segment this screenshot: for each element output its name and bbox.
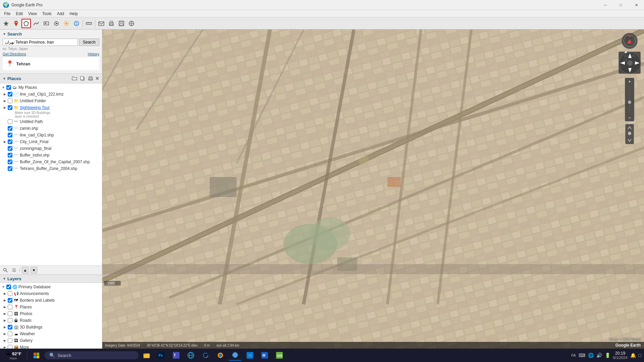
toolbar-gmaps-btn[interactable]	[127, 19, 136, 28]
toggle-weather[interactable]: ▶	[3, 332, 7, 336]
taskbar-search[interactable]: 🔍 Search	[45, 351, 139, 359]
check-sightseeing[interactable]	[8, 105, 12, 110]
toolbar-overlay-btn[interactable]	[42, 19, 51, 28]
tree-item-linecad[interactable]: 〰 line_cad_Clip1.shp	[0, 132, 102, 138]
taskbar-app-explorer[interactable]	[140, 350, 153, 361]
toolbar-print-btn[interactable]	[107, 19, 116, 28]
toolbar-path-btn[interactable]	[32, 19, 41, 28]
toggle-photos[interactable]: ▶	[3, 312, 7, 315]
history-link[interactable]: History	[88, 52, 99, 56]
check-linecad[interactable]	[8, 133, 12, 137]
battery-icon[interactable]: 🔋	[605, 353, 610, 358]
menu-help[interactable]: Help	[67, 11, 80, 17]
toolbar-ruler-btn[interactable]	[84, 19, 94, 28]
places-move-down-btn[interactable]: ▼	[31, 267, 37, 274]
toggle-citylimit[interactable]: ▶	[3, 140, 7, 143]
places-move-up-btn[interactable]: ▲	[22, 267, 29, 274]
check-3dbuildings[interactable]	[8, 325, 12, 329]
check-tehrans-buffer[interactable]	[8, 166, 12, 171]
tree-item-weather[interactable]: ▶ ☁ Weather	[0, 330, 102, 337]
tilt-thumb[interactable]	[628, 132, 631, 135]
map-area[interactable]: 1985 N ▲ ◀ rotated ▲	[102, 29, 644, 349]
check-announcements[interactable]	[8, 291, 12, 296]
system-clock[interactable]: 20:19 8/1/2024	[613, 351, 628, 360]
keyboard-icon[interactable]: ⌨	[579, 353, 585, 358]
check-buffer-capital[interactable]	[8, 160, 12, 164]
taskbar-app-edge[interactable]	[199, 350, 212, 361]
zoom-in-btn[interactable]: +	[625, 78, 634, 85]
speaker-icon[interactable]: 🔊	[596, 353, 602, 358]
maximize-button[interactable]: □	[613, 0, 629, 10]
tree-item-photos[interactable]: ▶ 🖼 Photos	[0, 310, 102, 317]
check-zamin[interactable]	[8, 126, 12, 131]
toggle-primary-db[interactable]: ▼	[1, 285, 5, 289]
tree-item-roads[interactable]: ▶ 🛣 Roads	[0, 317, 102, 324]
toggle-gallery[interactable]: ▶	[3, 339, 7, 342]
search-input[interactable]	[3, 39, 78, 46]
check-photos[interactable]	[8, 311, 12, 316]
network-icon[interactable]: 🌐	[588, 353, 594, 358]
tree-item-tehrans-buffer[interactable]: 〰 Tehrans_Buffer_Zone_2004.shp	[0, 165, 102, 172]
label-sightseeing[interactable]: Sightseeing Tour	[20, 105, 50, 110]
toggle-3dbuildings[interactable]: ▶	[3, 325, 7, 329]
toolbar-record-btn[interactable]	[52, 19, 61, 28]
check-untitled-folder[interactable]	[8, 99, 12, 103]
taskbar-app-arcgis[interactable]: GIS	[273, 350, 286, 361]
places-copy-btn[interactable]	[79, 75, 86, 82]
check-roads[interactable]	[8, 318, 12, 323]
zoom-out-btn[interactable]: −	[625, 114, 634, 121]
tree-item-gallery[interactable]: ▶ 🖼 Gallery	[0, 337, 102, 344]
toggle-places-layer[interactable]: ▶	[3, 305, 7, 309]
start-button[interactable]	[30, 350, 43, 361]
tree-item-myplaces[interactable]: ▼ 🗂 My Places	[0, 84, 102, 91]
places-print-btn[interactable]	[87, 75, 94, 82]
weather-widget[interactable]: 🌤 92°F Haze	[3, 350, 24, 361]
check-gallery[interactable]	[8, 338, 12, 343]
taskbar-app-photoshop[interactable]: Ps	[155, 350, 168, 361]
tree-item-untitled-path[interactable]: 〰 Untitled Path	[0, 118, 102, 125]
toggle-more[interactable]: ▶	[3, 346, 7, 349]
toggle-untitled-folder[interactable]: ▶	[3, 99, 7, 103]
tree-item-buffer-indivi[interactable]: 〰 Buffer_indivi.shp	[0, 152, 102, 159]
toggle-roads[interactable]: ▶	[3, 319, 7, 322]
toolbar-navigate-btn[interactable]	[1, 19, 11, 28]
check-zonning[interactable]	[8, 146, 12, 151]
result-item-tehran[interactable]: 📍 Tehran	[5, 59, 97, 69]
toggle-myplaces[interactable]: ▼	[1, 86, 5, 89]
search-button[interactable]: Search	[79, 39, 99, 46]
notification-icon[interactable]: 🔔	[630, 353, 636, 358]
toolbar-sky-btn[interactable]	[72, 19, 81, 28]
tree-item-buffer-capital[interactable]: 〰 Buffer_Zone_Of_the_Capital_2007.shp	[0, 159, 102, 165]
check-weather[interactable]	[8, 331, 12, 336]
compass[interactable]: N ▲	[622, 33, 638, 49]
toolbar-sun-btn[interactable]	[62, 19, 71, 28]
menu-tools[interactable]: Tools	[40, 11, 54, 17]
taskbar-app-googleearth[interactable]	[228, 350, 242, 361]
places-close-btn[interactable]: ✕	[95, 76, 99, 81]
check-untitled-path[interactable]	[8, 119, 12, 124]
taskbar-app-firefox[interactable]	[214, 350, 227, 361]
search-toggle-arrow[interactable]: ▼	[3, 32, 6, 36]
places-new-folder-btn[interactable]	[71, 75, 78, 82]
menu-add[interactable]: Add	[54, 11, 67, 17]
toggle-kmz[interactable]: ▶	[3, 93, 7, 96]
toolbar-email-btn[interactable]	[97, 19, 106, 28]
tree-item-3dbuildings[interactable]: ▶ 🏢 3D Buildings	[0, 324, 102, 330]
places-list-btn[interactable]	[11, 267, 17, 274]
tree-item-zonning[interactable]: 〰 zonningmap_final	[0, 145, 102, 152]
toggle-announcements[interactable]: ▶	[3, 292, 7, 295]
check-primary-db[interactable]	[6, 285, 11, 289]
check-myplaces[interactable]	[6, 85, 11, 90]
tree-item-zamin[interactable]: 〰 zamin.shp	[0, 125, 102, 132]
taskbar-app-browser1[interactable]	[184, 350, 198, 361]
check-kmz[interactable]	[8, 92, 12, 97]
taskbar-app-word[interactable]: W	[258, 350, 271, 361]
get-directions-link[interactable]: Get Directions	[3, 52, 26, 56]
zoom-slider-thumb[interactable]	[628, 101, 631, 104]
toolbar-save-btn[interactable]	[117, 19, 126, 28]
check-more[interactable]	[8, 345, 12, 349]
layers-toggle-arrow[interactable]: ▼	[3, 277, 6, 281]
tree-item-kmz[interactable]: ▶ 📄 line_cad_Clip1_222.kmz	[0, 91, 102, 98]
close-button[interactable]: ✕	[629, 0, 644, 10]
toggle-sightseeing[interactable]: ▶	[3, 106, 7, 109]
